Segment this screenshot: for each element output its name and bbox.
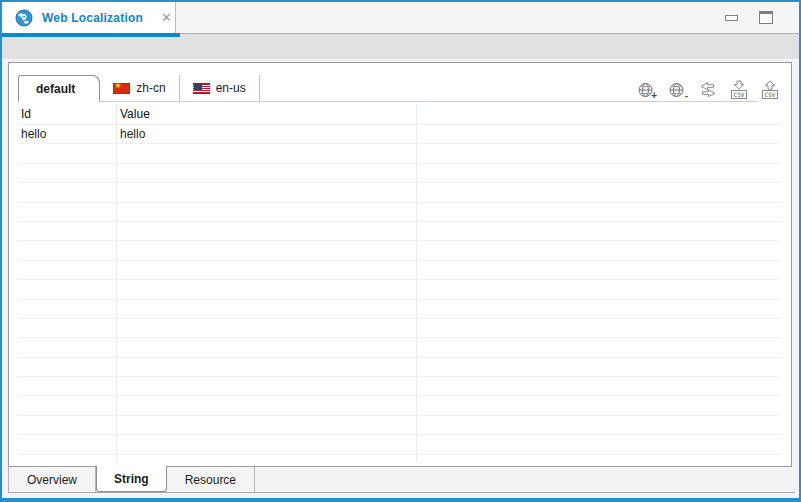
page-tab-string[interactable]: String <box>96 466 167 492</box>
table-row-empty[interactable] <box>18 164 781 183</box>
locale-tab-label: default <box>36 82 75 96</box>
locale-tab-en-us[interactable]: en-us <box>180 75 260 101</box>
column-header-id[interactable]: Id <box>18 104 117 124</box>
china-flag-icon <box>113 83 130 94</box>
editor-tabstrip: Web Localization ✕ <box>2 2 799 33</box>
cell-value[interactable]: hello <box>117 125 417 143</box>
globe-minus-icon <box>668 82 686 99</box>
swap-languages-button[interactable] <box>696 79 720 101</box>
swap-arrows-icon <box>698 81 718 99</box>
active-tab-underline <box>2 33 799 37</box>
table-row-empty[interactable] <box>18 203 781 222</box>
table-row-empty[interactable] <box>18 319 781 338</box>
table-row-empty[interactable] <box>18 358 781 377</box>
table-row-empty[interactable] <box>18 338 781 357</box>
web-localization-view: Web Localization ✕ default zh-cn <box>0 0 801 502</box>
close-icon[interactable]: ✕ <box>161 11 172 24</box>
panel-header: default zh-cn en-us <box>9 75 791 102</box>
page-tab-label: Overview <box>27 473 77 487</box>
table-row-empty[interactable] <box>18 435 781 454</box>
string-table: Id Value hello hello <box>18 104 781 462</box>
svg-text:CSV: CSV <box>765 91 776 98</box>
column-header-value[interactable]: Value <box>117 104 417 124</box>
table-row-empty[interactable] <box>18 241 781 260</box>
locale-tab-default[interactable]: default <box>18 75 100 102</box>
table-row-empty[interactable] <box>18 416 781 435</box>
table-row-empty[interactable] <box>18 183 781 202</box>
page-tab-overview[interactable]: Overview <box>9 467 96 492</box>
table-row-empty[interactable] <box>18 280 781 299</box>
view-toolbar-band <box>2 37 799 59</box>
page-tab-resource[interactable]: Resource <box>167 467 255 492</box>
table-body: hello hello <box>18 125 781 462</box>
editor-content: default zh-cn en-us <box>2 59 799 498</box>
editor-tab-title: Web Localization <box>42 11 143 25</box>
import-csv-button[interactable]: CSV <box>727 79 751 101</box>
page-tab-label: String <box>114 472 149 486</box>
svg-text:CSV: CSV <box>734 91 745 98</box>
globe-icon <box>15 9 33 27</box>
locale-toolbar: + - <box>634 79 782 101</box>
editor-tab-web-localization[interactable]: Web Localization ✕ <box>2 2 176 33</box>
maximize-icon[interactable] <box>759 11 773 24</box>
add-language-button[interactable]: + <box>634 79 658 101</box>
csv-export-icon: CSV <box>760 80 780 100</box>
table-row-empty[interactable] <box>18 300 781 319</box>
page-tabs-filler <box>255 467 795 492</box>
page-tab-label: Resource <box>185 473 236 487</box>
table-row-empty[interactable] <box>18 455 781 462</box>
column-header-filler <box>417 104 781 124</box>
cell-filler <box>417 125 781 143</box>
localization-panel: default zh-cn en-us <box>8 62 792 467</box>
table-row-empty[interactable] <box>18 377 781 396</box>
table-row-empty[interactable] <box>18 261 781 280</box>
table-row-empty[interactable] <box>18 144 781 163</box>
table-row-empty[interactable] <box>18 396 781 415</box>
table-row[interactable]: hello hello <box>18 125 781 144</box>
view-controls <box>725 11 773 24</box>
table-row-empty[interactable] <box>18 222 781 241</box>
remove-language-button[interactable]: - <box>665 79 689 101</box>
locale-tab-zh-cn[interactable]: zh-cn <box>100 75 179 101</box>
export-csv-button[interactable]: CSV <box>758 79 782 101</box>
us-flag-icon <box>193 83 210 94</box>
locale-tab-label: en-us <box>216 81 246 95</box>
cell-id[interactable]: hello <box>18 125 117 143</box>
locale-tab-label: zh-cn <box>136 81 165 95</box>
page-tabs: Overview String Resource <box>8 467 795 493</box>
table-header: Id Value <box>18 104 781 125</box>
minimize-icon[interactable] <box>725 15 738 21</box>
csv-import-icon: CSV <box>729 80 749 100</box>
